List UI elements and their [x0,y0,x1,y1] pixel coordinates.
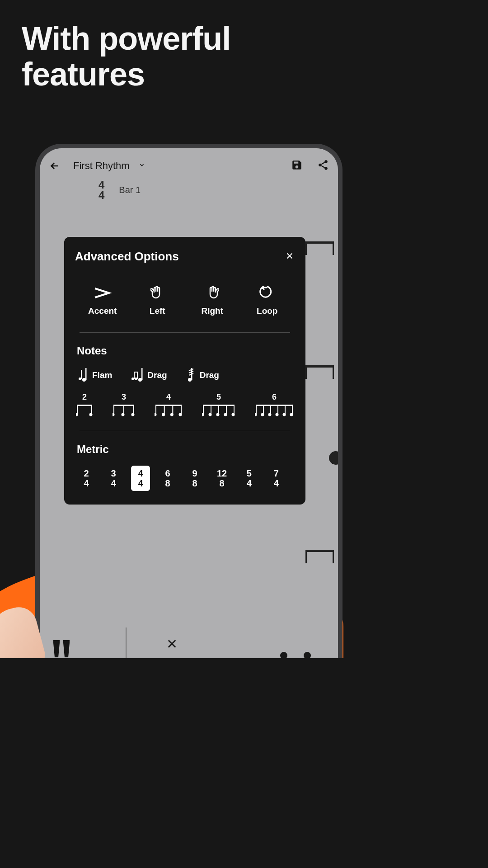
hand-left-icon [150,284,164,302]
close-button[interactable] [285,251,295,263]
congas-icon [49,637,74,658]
tuplet-beam-icon [113,404,135,417]
option-accent[interactable]: Accent [80,284,125,316]
hand-right-icon [206,284,219,302]
tuplet-beam-icon [155,404,183,417]
note-dots [280,652,311,658]
svg-rect-9 [134,372,135,379]
bar-label: Bar 1 [119,185,141,195]
svg-rect-53 [270,405,271,414]
svg-point-1 [319,164,322,167]
accent-icon [94,284,112,302]
metric-bottom: 4 [138,478,143,488]
divider [80,332,290,333]
svg-rect-42 [218,405,219,414]
tuplet-row: 23456 [75,392,295,417]
metric-bottom: 4 [274,478,279,488]
note-dot[interactable] [304,652,311,658]
metric-top: 12 [217,468,227,478]
svg-rect-26 [133,405,134,414]
svg-point-34 [170,413,174,416]
metric-6-8[interactable]: 68 [158,466,177,491]
metric-bottom: 8 [165,478,170,488]
svg-point-54 [268,413,272,416]
option-left[interactable]: Left [135,284,180,316]
tuplet-beam-icon [76,404,93,417]
metric-4-4[interactable]: 44 [131,466,150,491]
metric-top: 9 [192,468,197,478]
svg-point-45 [224,413,227,416]
document-title[interactable]: First Rhythm [73,160,130,172]
svg-point-56 [276,413,279,416]
metric-12-8[interactable]: 128 [212,466,231,491]
notes-row: Flam Drag Drag [75,367,295,383]
option-loop[interactable]: Loop [244,284,290,316]
instrument-congas[interactable]: Congas [49,637,74,658]
tuplet-4[interactable]: 4 [155,392,183,417]
svg-point-41 [209,413,212,416]
time-signature[interactable]: 4 4 [99,180,104,201]
metric-top: 6 [165,468,170,478]
tuplet-beam-icon [255,404,294,417]
metric-7-4[interactable]: 74 [267,466,286,491]
svg-rect-33 [172,405,173,414]
svg-point-14 [188,378,192,382]
notes-section-title: Notes [75,344,295,357]
modal-title: Advanced Options [75,250,179,264]
metric-top: 7 [274,468,279,478]
svg-rect-22 [113,405,114,414]
promo-headline: With powerful features [0,0,370,92]
share-button[interactable] [317,159,329,173]
flam-icon [78,367,88,383]
chevron-down-icon[interactable] [139,162,145,170]
drag-icon [131,367,143,383]
divider [80,431,290,431]
svg-point-47 [232,413,235,416]
metric-bottom: 4 [247,478,252,488]
svg-point-58 [283,413,286,416]
metric-top: 2 [84,468,89,478]
tuplet-5[interactable]: 5 [202,392,235,417]
advanced-options-modal: Advanced Options Accent Left [64,237,305,505]
note-drag[interactable]: Drag [131,367,167,383]
svg-point-52 [261,413,264,416]
svg-rect-6 [85,368,87,380]
metric-bottom: 8 [220,478,225,488]
svg-point-32 [162,413,165,416]
option-right[interactable]: Right [190,284,235,316]
svg-rect-19 [91,405,92,414]
time-sig-denominator: 4 [99,190,104,201]
svg-point-60 [290,413,293,416]
back-button[interactable] [49,160,61,172]
tuplet-2[interactable]: 2 [76,392,93,417]
svg-point-0 [324,160,328,163]
metric-9-8[interactable]: 98 [185,466,204,491]
svg-point-27 [131,413,135,416]
metric-bottom: 4 [111,478,116,488]
time-signature-row: 4 4 Bar 1 [40,178,338,201]
tuplet-6[interactable]: 6 [255,392,294,417]
svg-rect-13 [141,368,143,380]
note-flam[interactable]: Flam [78,367,112,383]
note-dot[interactable] [280,652,287,658]
tuplet-3[interactable]: 3 [113,392,135,417]
svg-rect-24 [123,405,124,414]
note-drag-2[interactable]: Drag [186,367,219,383]
svg-rect-4 [81,370,82,379]
app-header: First Rhythm [40,148,338,178]
metric-section-title: Metric [75,443,295,456]
save-button[interactable] [291,159,303,173]
svg-rect-55 [277,405,278,414]
svg-rect-28 [156,405,181,406]
x-note-icon[interactable]: ✕ [166,636,178,652]
metric-2-4[interactable]: 24 [77,466,96,491]
svg-point-43 [216,413,220,416]
metric-bottom: 8 [192,478,197,488]
metric-top: 5 [247,468,252,478]
metric-5-4[interactable]: 54 [239,466,258,491]
metric-3-4[interactable]: 34 [104,466,123,491]
metric-bottom: 4 [84,478,89,488]
svg-point-2 [324,167,328,170]
svg-rect-48 [256,405,292,406]
svg-rect-31 [164,405,165,414]
